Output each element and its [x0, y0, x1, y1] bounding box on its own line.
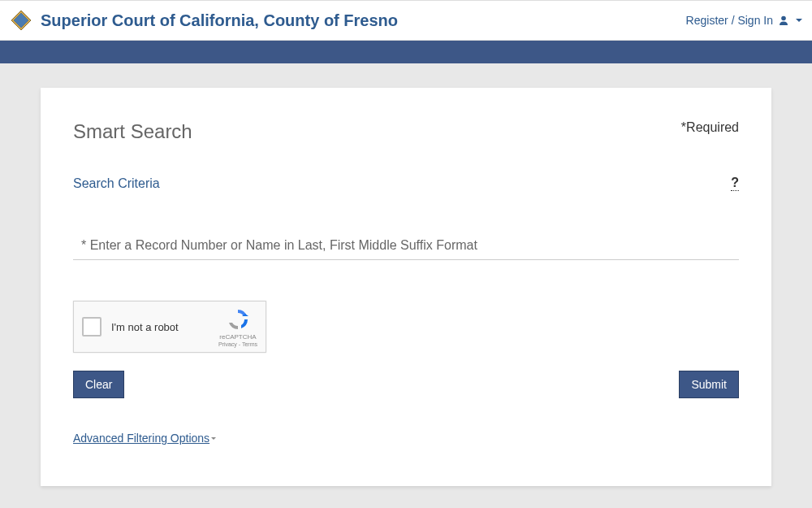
recaptcha-links[interactable]: Privacy - Terms: [218, 341, 257, 347]
button-row: Clear Submit: [73, 371, 739, 398]
search-card: Smart Search *Required Search Criteria ?…: [41, 88, 771, 486]
advanced-filtering-label: Advanced Filtering Options: [73, 432, 209, 445]
recaptcha-logo: reCAPTCHA Privacy - Terms: [218, 307, 257, 347]
main-container: Smart Search *Required Search Criteria ?…: [0, 63, 812, 508]
header-left: Superior Court of California, County of …: [10, 9, 398, 32]
site-header: Superior Court of California, County of …: [0, 0, 812, 41]
help-icon[interactable]: ?: [731, 176, 739, 191]
advanced-filtering-link[interactable]: Advanced Filtering Options: [73, 432, 216, 445]
criteria-header-row: Search Criteria ?: [73, 176, 739, 191]
svg-point-2: [781, 16, 786, 21]
page-title: Smart Search: [73, 120, 192, 143]
auth-link[interactable]: Register / Sign In: [686, 14, 773, 27]
chevron-down-icon: [211, 437, 216, 440]
recaptcha-icon: [226, 307, 250, 332]
clear-button[interactable]: Clear: [73, 371, 124, 398]
search-input[interactable]: [73, 232, 739, 260]
recaptcha-widget: I'm not a robot reCAPTCHA Privacy - Term…: [73, 301, 266, 353]
recaptcha-checkbox[interactable]: [82, 317, 102, 336]
submit-button[interactable]: Submit: [679, 371, 739, 398]
header-right: Register / Sign In: [686, 14, 802, 27]
nav-bar: [0, 41, 812, 63]
site-title[interactable]: Superior Court of California, County of …: [41, 11, 398, 30]
user-icon[interactable]: [778, 15, 789, 26]
chevron-down-icon[interactable]: [796, 19, 802, 22]
recaptcha-label: I'm not a robot: [111, 321, 218, 333]
card-header: Smart Search *Required: [73, 120, 739, 143]
recaptcha-brand: reCAPTCHA: [218, 333, 257, 341]
section-title: Search Criteria: [73, 176, 160, 191]
required-label: *Required: [681, 120, 739, 135]
court-seal-icon: [10, 9, 32, 32]
